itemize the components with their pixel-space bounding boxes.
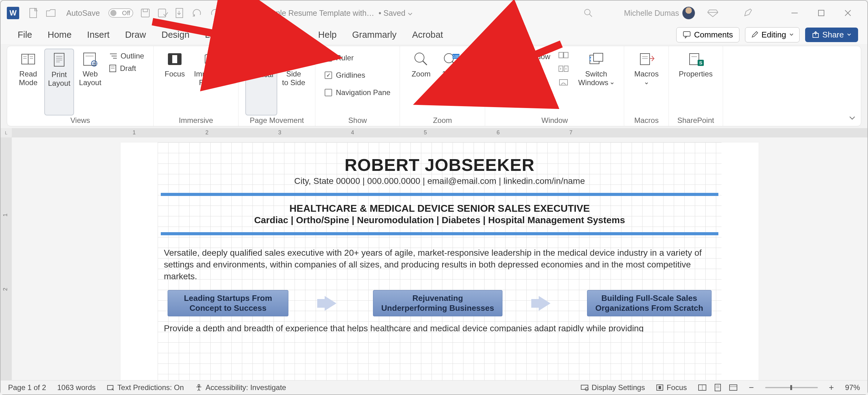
macros-button[interactable]: Macros: [631, 48, 662, 116]
svg-rect-59: [564, 52, 568, 58]
tab-draw[interactable]: Draw: [125, 29, 146, 41]
document-page[interactable]: ROBERT JOBSEEKER City, State 00000 | 000…: [121, 142, 758, 380]
outline-button[interactable]: Outline: [106, 51, 147, 62]
zoom-out-button[interactable]: −: [749, 383, 754, 393]
svg-rect-58: [559, 52, 563, 58]
new-doc-icon[interactable]: [29, 8, 39, 18]
autosave-toggle[interactable]: Off: [108, 8, 133, 18]
svg-line-6: [590, 14, 592, 17]
new-window-button[interactable]: +New Window: [492, 51, 553, 62]
svg-rect-49: [473, 68, 477, 75]
arrange-all-button[interactable]: Arrange All: [492, 67, 553, 78]
side-to-side-button[interactable]: Side to Side: [279, 48, 309, 116]
zoom-in-button[interactable]: +: [829, 383, 834, 393]
comments-button[interactable]: Comments: [676, 27, 739, 42]
tab-view[interactable]: View: [283, 28, 303, 42]
export-icon[interactable]: [175, 8, 185, 18]
zoom-100-button[interactable]: 100 100%: [437, 48, 466, 116]
zoom-slider[interactable]: [765, 387, 818, 388]
zoom-percentage[interactable]: 97%: [845, 383, 860, 392]
tab-design[interactable]: Design: [161, 29, 189, 41]
maximize-button[interactable]: [817, 9, 825, 17]
focus-mode-button[interactable]: Focus: [656, 383, 687, 392]
qat-customize-icon[interactable]: [227, 8, 237, 18]
gridlines-checkbox[interactable]: ✓Gridlines: [322, 69, 393, 81]
tab-layout[interactable]: Layout: [205, 29, 232, 41]
display-settings-button[interactable]: Display Settings: [581, 383, 645, 392]
read-mode-view-icon[interactable]: [698, 384, 707, 391]
tab-acrobat[interactable]: Acrobat: [412, 29, 443, 41]
redo-icon[interactable]: [209, 8, 220, 18]
hundred-percent-icon: 100: [443, 51, 459, 67]
reset-window-icon[interactable]: [558, 78, 569, 86]
file-tab[interactable]: File: [18, 29, 32, 41]
svg-rect-54: [495, 69, 503, 72]
ribbon-group-immersive: Focus Immersive Reader Immersive: [154, 46, 239, 126]
navigation-pane-checkbox[interactable]: Navigation Pane: [322, 86, 393, 99]
split-button[interactable]: Split: [492, 82, 553, 93]
web-layout-view-icon[interactable]: [729, 384, 738, 391]
page-width-icon[interactable]: [467, 82, 478, 91]
properties-button[interactable]: S Properties: [676, 48, 716, 116]
callout-box: Rejuvenating Underperforming Businesses: [373, 290, 502, 316]
divider-bar: [161, 193, 718, 196]
view-side-by-side-icon[interactable]: [558, 51, 569, 59]
svg-text:S: S: [699, 60, 702, 65]
avatar[interactable]: [682, 6, 695, 20]
status-bar: Page 1 of 2 1063 words Text Predictions:…: [1, 380, 867, 394]
editing-mode-button[interactable]: Editing: [745, 27, 800, 42]
group-label-zoom: Zoom: [407, 116, 478, 125]
search-icon[interactable]: [584, 8, 593, 18]
zoom-button[interactable]: Zoom: [407, 48, 435, 116]
chevron-down-icon: [789, 33, 794, 36]
print-layout-view-icon[interactable]: [714, 384, 721, 392]
pen-update-icon[interactable]: [743, 8, 753, 18]
diamond-icon[interactable]: [708, 9, 718, 17]
one-page-icon[interactable]: [467, 51, 478, 62]
svg-rect-48: [468, 68, 472, 75]
open-icon[interactable]: [46, 8, 56, 18]
tab-grammarly[interactable]: Grammarly: [352, 29, 397, 41]
save-icon[interactable]: [140, 8, 151, 18]
ribbon-group-zoom: Zoom 100 100% Zoom: [400, 46, 485, 126]
macros-icon: [639, 51, 655, 67]
share-button[interactable]: Share: [805, 28, 858, 42]
resume-contact: City, State 00000 | 000.000.0000 | email…: [164, 176, 715, 186]
saved-status[interactable]: • Saved: [378, 9, 413, 18]
close-button[interactable]: [844, 9, 852, 17]
page-indicator[interactable]: Page 1 of 2: [8, 383, 46, 392]
draft-button[interactable]: Draft: [106, 63, 147, 74]
focus-button[interactable]: Focus: [160, 48, 189, 116]
ruler-corner: L: [1, 128, 12, 137]
sync-scroll-icon[interactable]: [558, 65, 569, 73]
text-predictions-status[interactable]: Text Predictions: On: [107, 383, 184, 392]
switch-windows-button[interactable]: Switch Windows: [575, 48, 617, 116]
svg-rect-34: [172, 55, 177, 63]
svg-rect-2: [143, 9, 148, 12]
read-mode-button[interactable]: Read Mode: [14, 48, 42, 116]
quick-access-toolbar: AutoSave Off: [29, 8, 237, 18]
multi-page-icon[interactable]: [467, 67, 478, 76]
side-to-side-icon: [286, 51, 302, 67]
tab-insert[interactable]: Insert: [87, 29, 110, 41]
tab-home[interactable]: Home: [48, 29, 71, 41]
minimize-button[interactable]: [790, 9, 799, 17]
word-count[interactable]: 1063 words: [57, 383, 96, 392]
undo-icon[interactable]: [192, 8, 203, 18]
vertical-icon: [253, 52, 269, 68]
save-check-icon[interactable]: [157, 8, 168, 18]
focus-icon: [167, 51, 183, 67]
resume-name: ROBERT JOBSEEKER: [164, 155, 715, 175]
chevron-down-icon: [610, 82, 614, 85]
print-layout-button[interactable]: Print Layout: [44, 48, 74, 116]
draft-icon: [109, 64, 117, 73]
ruler-checkbox[interactable]: ✓Ruler: [322, 52, 393, 64]
web-layout-button[interactable]: Web Layout: [76, 48, 104, 116]
immersive-reader-button[interactable]: Immersive Reader: [191, 48, 231, 116]
arrow-right-icon: [324, 296, 336, 311]
ribbon-collapse-button[interactable]: [849, 116, 855, 121]
vertical-button[interactable]: Vertical: [245, 48, 277, 116]
tab-help[interactable]: Help: [318, 29, 337, 41]
autosave-label: AutoSave: [66, 9, 100, 18]
accessibility-status[interactable]: Accessibility: Investigate: [195, 383, 286, 392]
